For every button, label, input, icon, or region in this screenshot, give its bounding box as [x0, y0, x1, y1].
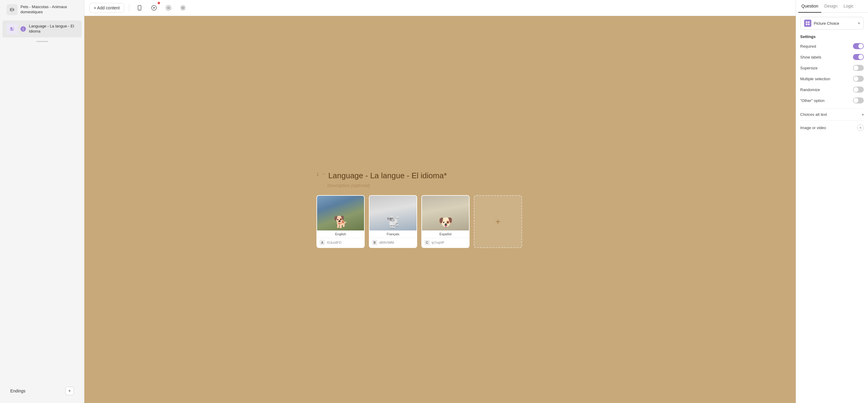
choice-label-a: English [317, 230, 364, 238]
choice-card-a[interactable]: English A IS3us8FD [316, 195, 365, 248]
setting-row-required: Required [800, 43, 864, 49]
toggle-other[interactable] [853, 97, 864, 104]
choices-alt-chevron-icon: ▾ [862, 113, 864, 117]
add-content-label: + Add content [94, 5, 120, 10]
choices-grid: English A IS3us8FD Français B d8l9VIMM [316, 195, 564, 248]
picture-choice-icon [804, 20, 811, 27]
type-selector[interactable]: Picture Choice ▾ [800, 17, 864, 30]
choice-card-c[interactable]: Español C lp7nqhfF [421, 195, 470, 248]
choice-image-b [370, 196, 416, 230]
choice-id-b: d8l9VIMM [379, 241, 394, 244]
sidebar-item-question[interactable]: 1 Language - La langue - El idioma [2, 21, 82, 37]
mobile-preview-button[interactable] [134, 2, 145, 13]
toggle-knob-supersize [854, 65, 858, 70]
choices-alt-text-label: Choices alt text [800, 112, 827, 117]
group-label: Pets - Mascotas - Animaux domestiques [21, 4, 78, 15]
settings-title: Settings [800, 34, 864, 39]
svg-point-8 [139, 9, 140, 10]
svg-marker-10 [153, 7, 155, 9]
question-icon-box [7, 24, 18, 34]
choice-card-b[interactable]: Français B d8l9VIMM [369, 195, 417, 248]
divider [36, 41, 48, 42]
add-image-button[interactable]: + [857, 124, 864, 131]
main-area: + Add content [84, 0, 796, 403]
dog-image-a [317, 196, 364, 230]
settings-section: Settings Required Show labels Supersize [800, 34, 864, 104]
setting-label-required: Required [800, 44, 816, 49]
toggle-knob-required [858, 44, 863, 49]
image-or-video-row: Image or video + [800, 120, 864, 135]
choice-image-c [422, 196, 469, 230]
sidebar-bottom: Endings + [0, 379, 84, 403]
svg-rect-6 [10, 30, 13, 31]
toggle-required[interactable] [853, 43, 864, 49]
svg-point-12 [166, 5, 171, 10]
canvas-area: 1 → Language - La langue - El idioma* De… [84, 16, 796, 403]
choice-label-c: Español [422, 230, 469, 238]
choices-alt-text-row[interactable]: Choices alt text ▾ [800, 108, 864, 120]
setting-row-show-labels: Show labels [800, 54, 864, 60]
notification-dot [158, 2, 160, 4]
toggle-knob-randomize [854, 87, 858, 92]
svg-rect-5 [10, 29, 13, 30]
choice-id-bar-b: B d8l9VIMM [370, 238, 416, 247]
add-choice-button[interactable]: + [474, 195, 522, 248]
setting-label-supersize: Supersize [800, 66, 818, 70]
svg-rect-1 [11, 7, 13, 12]
choice-image-a [317, 196, 364, 230]
toggle-multiple[interactable] [853, 76, 864, 82]
panel-tabs: Question Design Logic [796, 0, 868, 13]
setting-row-supersize: Supersize [800, 65, 864, 71]
right-panel: Question Design Logic Picture Choice ▾ [796, 0, 868, 403]
add-ending-button[interactable]: + [65, 387, 74, 395]
dog-image-b [370, 196, 416, 230]
setting-row-randomize: Randomize [800, 87, 864, 93]
type-left: Picture Choice [804, 20, 839, 27]
type-chevron-icon: ▾ [858, 21, 860, 25]
toggle-show-labels[interactable] [853, 54, 864, 60]
question-header: 1 → Language - La langue - El idioma* [316, 171, 564, 180]
add-choice-icon: + [495, 217, 500, 227]
setting-row-other: "Other" option [800, 97, 864, 104]
play-button[interactable] [149, 2, 159, 13]
sidebar-item-group[interactable]: Pets - Mascotas - Animaux domestiques [2, 1, 82, 18]
svg-point-13 [182, 7, 184, 9]
tab-question[interactable]: Question [798, 0, 821, 13]
settings-button[interactable] [178, 2, 188, 13]
user-settings-button[interactable] [163, 2, 174, 13]
svg-rect-4 [10, 27, 12, 29]
toggle-randomize[interactable] [853, 87, 864, 93]
choice-id-c: lp7nqhfF [432, 241, 444, 244]
toolbar-separator [129, 4, 129, 11]
toggle-knob-multiple [854, 76, 858, 81]
setting-label-other: "Other" option [800, 98, 825, 103]
tab-design[interactable]: Design [821, 0, 841, 13]
image-or-video-label: Image or video [800, 125, 826, 130]
toggle-supersize[interactable] [853, 65, 864, 71]
toggle-knob-show-labels [858, 55, 863, 59]
setting-row-multiple: Multiple selection [800, 76, 864, 82]
question-title[interactable]: Language - La langue - El idioma* [328, 171, 447, 180]
setting-label-show-labels: Show labels [800, 55, 821, 59]
question-desc[interactable]: Description (optional) [327, 183, 564, 188]
svg-rect-17 [808, 24, 809, 25]
choice-id-a: IS3us8FD [327, 241, 341, 244]
choice-id-bar-a: A IS3us8FD [317, 238, 364, 247]
svg-rect-16 [806, 24, 807, 25]
svg-rect-14 [806, 22, 807, 23]
choice-id-bar-c: C lp7nqhfF [422, 238, 469, 247]
toggle-knob-other [854, 98, 858, 103]
toolbar: + Add content [84, 0, 796, 16]
play-button-wrapper [149, 2, 159, 13]
svg-rect-15 [808, 22, 809, 23]
question-container: 1 → Language - La langue - El idioma* De… [316, 171, 564, 248]
add-content-button[interactable]: + Add content [89, 3, 124, 13]
choice-letter-a: A [319, 240, 325, 245]
sidebar: Pets - Mascotas - Animaux domestiques 1 … [0, 0, 84, 403]
svg-point-11 [167, 7, 169, 9]
question-badge: 1 [21, 26, 26, 32]
svg-rect-0 [10, 8, 11, 11]
tab-logic[interactable]: Logic [841, 0, 857, 13]
arrow-icon: → [321, 171, 326, 176]
endings-section: Endings + [6, 384, 78, 398]
